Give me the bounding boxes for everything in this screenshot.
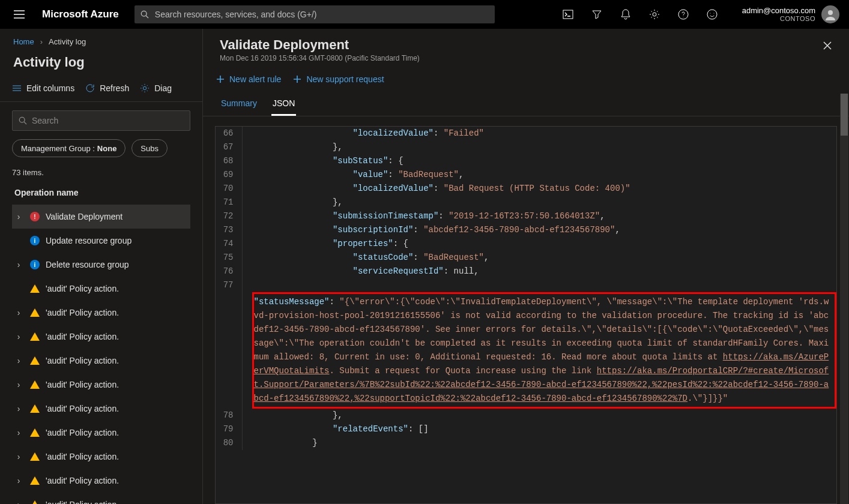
code-line: }, [242,409,836,422]
info-icon: i [30,260,40,269]
operation-row[interactable]: ›!Validate Deployment [12,205,190,229]
chevron-right-icon: › [13,308,24,317]
local-search[interactable] [12,110,190,131]
line-number: 67 [216,140,242,154]
line-number: 70 [216,182,242,196]
error-link[interactable]: https://aka.ms/ProdportalCRP/?#create/Mi… [254,366,829,403]
new-alert-rule-button[interactable]: New alert rule [216,74,281,84]
operation-label: 'audit' Policy action. [46,500,119,504]
subscription-filter[interactable]: Subs [131,139,168,157]
svg-point-3 [653,13,656,16]
line-number: 73 [216,223,242,237]
help-button[interactable] [669,0,698,29]
bell-icon [621,9,630,20]
operation-label: Validate Deployment [46,212,122,221]
operation-row[interactable]: ›'audit' Policy action. [12,325,190,349]
breadcrumb-current: Activity log [49,37,86,46]
warning-icon [30,500,40,504]
code-line: "statusMessage": "{\"error\":{\"code\":\… [242,278,836,409]
operation-label: 'audit' Policy action. [46,356,119,365]
chevron-right-icon: › [13,260,24,269]
plus-icon [293,75,301,83]
new-support-request-button[interactable]: New support request [293,74,384,84]
line-number: 80 [216,436,242,450]
user-email: admin@contoso.com [742,6,815,16]
page-title: Activity log [0,50,202,79]
json-viewer[interactable]: 66 "localizedValue": "Failed"67 },68 "su… [215,126,837,504]
operation-row[interactable]: ›'audit' Policy action. [12,373,190,397]
brand[interactable]: Microsoft Azure [38,8,130,20]
search-icon [140,10,149,19]
edit-columns-button[interactable]: Edit columns [12,83,74,93]
chevron-right-icon: › [13,356,24,365]
operation-row[interactable]: ›'audit' Policy action. [12,301,190,325]
code-line: "localizedValue": "Bad Request (HTTP Sta… [242,182,836,196]
highlighted-error: "statusMessage": "{\"error\":{\"code\":\… [252,292,837,409]
column-header: Operation name [12,188,190,202]
filter-icon [591,10,602,19]
refresh-button[interactable]: Refresh [85,83,129,93]
directory-filter-button[interactable] [582,0,611,29]
feedback-icon [707,9,718,20]
tab-summary[interactable]: Summary [220,95,258,116]
detail-tabs: Summary JSON [203,88,849,116]
avatar [821,5,839,23]
notifications-button[interactable] [611,0,640,29]
user-menu[interactable]: admin@contoso.com CONTOSO [731,5,844,23]
code-line: }, [242,140,836,154]
warning-icon [30,476,40,485]
warning-icon [30,332,40,341]
chevron-right-icon: › [13,404,24,413]
operation-row[interactable]: ›'audit' Policy action. [12,349,190,373]
scrollbar[interactable] [840,94,848,504]
line-number: 66 [216,127,242,140]
operation-row[interactable]: ›'audit' Policy action. [12,421,190,445]
global-search-input[interactable] [155,10,489,19]
cloud-shell-button[interactable] [554,0,582,29]
warning-icon [30,404,40,413]
settings-button[interactable] [640,0,669,29]
svg-line-9 [24,122,26,124]
items-count: 73 items. [12,168,190,177]
operation-row[interactable]: ›iDelete resource group [12,253,190,277]
code-line: "properties": { [242,237,836,251]
chevron-right-icon: › [13,500,24,504]
tab-json[interactable]: JSON [271,95,296,116]
svg-line-1 [146,16,148,18]
local-search-input[interactable] [32,116,184,125]
hamburger-button[interactable] [5,0,34,29]
hamburger-icon [14,10,25,19]
breadcrumb-home[interactable]: Home [13,37,34,46]
operation-row[interactable]: ›'audit' Policy action. [12,493,190,504]
operation-label: 'audit' Policy action. [46,452,119,461]
diagnostics-button[interactable]: Diag [140,83,172,93]
operation-row[interactable]: ›'audit' Policy action. [12,469,190,493]
detail-title: Validate Deployment [220,37,832,53]
warning-icon [30,428,40,437]
warning-icon [30,380,40,389]
code-line: "subStatus": { [242,154,836,168]
person-icon [824,8,836,20]
operation-row[interactable]: iUpdate resource group [12,229,190,253]
operation-label: 'audit' Policy action. [46,404,119,413]
operation-row[interactable]: ›'audit' Policy action. [12,445,190,469]
feedback-button[interactable] [698,0,727,29]
chevron-right-icon: › [13,452,24,461]
line-number: 72 [216,209,242,223]
warning-icon [30,452,40,461]
breadcrumb-separator: › [40,37,43,46]
svg-point-8 [19,117,25,122]
global-search[interactable] [134,5,495,23]
chevron-right-icon: › [13,380,24,389]
line-number: 71 [216,196,242,209]
top-bar: Microsoft Azure admin@contoso.com CONTOS… [0,0,849,29]
svg-point-0 [141,11,147,16]
code-line: "relatedEvents": [] [242,422,836,436]
operation-row[interactable]: 'audit' Policy action. [12,277,190,301]
chevron-right-icon: › [13,332,24,341]
operation-list: ›!Validate DeploymentiUpdate resource gr… [12,205,190,504]
management-group-filter[interactable]: Management Group : None [12,139,125,157]
operation-row[interactable]: ›'audit' Policy action. [12,397,190,421]
close-button[interactable] [819,37,836,54]
code-line: "subscriptionId": "abcdef12-3456-7890-ab… [242,223,836,237]
